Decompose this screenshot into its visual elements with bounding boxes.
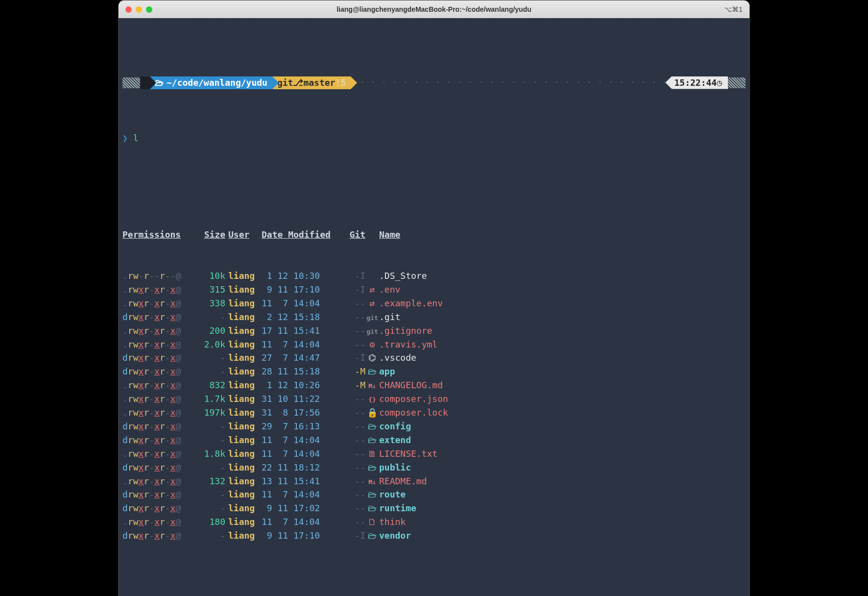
list-item: .rwxr-xr-x@ 338liang11 7 14:04--⇄.exampl… [122,297,746,310]
list-item: drwxr-xr-x@ -liang29 7 16:13--🗁config [122,420,746,433]
list-item: .rwxr-xr-x@197kliang31 8 17:56--🔒compose… [122,406,746,420]
file-type-icon: 🗁 [365,529,379,543]
list-item: drwxr-xr-x@ -liang 2 12 15:18--git.git [122,310,746,324]
cell-git: -- [346,501,365,515]
cell-name: .gitignore [379,324,432,338]
prompt-path-prefix: ~/code/wanlang/ [167,76,246,90]
cell-name: think [379,515,406,529]
listing-header: PermissionsSizeUserDate ModifiedGitName [122,228,746,242]
cell-date: 9 11 17:10 [260,283,346,297]
cell-git: -I [346,283,365,297]
terminal-body[interactable]: 🗁~/code/wanlang/yudu git ⎇ master !5 · ·… [119,18,749,596]
cell-name: public [379,461,411,474]
cell-size: - [198,433,225,447]
cell-date: 11 7 14:04 [260,433,346,447]
cell-git: -- [346,297,365,310]
git-label: git [277,76,293,90]
hdr-size: Size [198,228,225,242]
cell-size: - [198,351,225,365]
cell-user: liang [225,447,260,461]
cell-git: -- [346,324,365,338]
cell-date: 11 7 14:04 [260,297,346,310]
cell-permissions: .rwxr-xr-x@ [122,283,198,297]
file-type-icon: ⌬ [365,351,379,365]
cell-date: 1 12 10:30 [260,269,346,283]
cell-user: liang [225,515,260,529]
list-item: .rwxr-xr-x@ 832liang 1 12 10:26-MM↓CHANG… [122,378,746,392]
cell-name: composer.json [379,392,448,406]
cell-name: route [379,488,406,501]
cell-size: 315 [198,283,225,297]
cell-size: 1.8k [198,447,225,461]
cell-user: liang [225,433,260,447]
cell-user: liang [225,529,260,543]
cell-name: app [379,365,395,378]
cell-user: liang [225,406,260,420]
close-icon[interactable] [125,6,132,13]
zoom-icon[interactable] [146,6,152,13]
cell-user: liang [225,474,260,488]
cell-size: 180 [198,515,225,529]
prompt-time: 15:22:44 ◷ [665,76,728,89]
cell-git: -- [346,488,365,501]
file-type-icon: M↓ [365,381,379,391]
cell-date: 28 11 15:18 [260,365,346,378]
list-item: drwxr-xr-x@ -liang22 11 18:12--🗁public [122,461,746,474]
clock-icon: ◷ [717,76,722,90]
prompt-texture-right [728,77,746,88]
list-item: .rwxr-xr-x@ 200liang17 11 15:41--git.git… [122,324,746,338]
prompt-path-seg: 🗁~/code/wanlang/yudu [150,76,272,89]
cell-user: liang [225,392,260,406]
file-type-icon: git [365,313,379,323]
cell-permissions: .rwxr-xr-x@ [122,515,198,529]
file-type-icon: ⇄ [365,297,379,310]
file-type-icon: M↓ [365,477,379,487]
titlebar: liang@liangchenyangdeMacBook-Pro:~/code/… [119,0,749,18]
cell-size: - [198,488,225,501]
list-item: .rwxr-xr-x@ 132liang13 11 15:41--M↓READM… [122,474,746,488]
file-type-icon: {} [365,395,379,405]
cell-user: liang [225,269,260,283]
cell-name: composer.lock [379,406,448,420]
cell-user: liang [225,297,260,310]
list-item: drwxr-xr-x@ -liang28 11 15:18-M🗁app [122,365,746,378]
cell-permissions: drwxr-xr-x@ [122,461,198,474]
terminal-window: liang@liangchenyangdeMacBook-Pro:~/code/… [118,0,750,596]
file-type-icon: 🗁 [365,501,379,515]
file-type-icon: 🗁 [365,420,379,433]
cell-permissions: drwxr-xr-x@ [122,420,198,433]
cell-git: -- [346,310,365,324]
cell-user: liang [225,310,260,324]
cell-date: 9 11 17:10 [260,529,346,543]
cell-name: .env [379,283,400,297]
cell-git: -- [346,406,365,420]
prompt-texture-left [122,77,140,88]
cell-user: liang [225,420,260,433]
cell-name: config [379,420,411,433]
cell-permissions: .rwxr-xr-x@ [122,324,198,338]
list-item: drwxr-xr-x@ -liang 9 11 17:02--🗁runtime [122,501,746,515]
cell-permissions: drwxr-xr-x@ [122,501,198,515]
cell-user: liang [225,501,260,515]
list-item: .rw-r--r--@ 10kliang 1 12 10:30-I.DS_Sto… [122,269,746,283]
cell-size: - [198,310,225,324]
cell-permissions: .rwxr-xr-x@ [122,338,198,351]
file-listing: PermissionsSizeUserDate ModifiedGitName … [122,201,746,570]
file-type-icon: ⚙ [365,338,379,351]
cell-permissions: .rwxr-xr-x@ [122,378,198,392]
cell-name: .git [379,310,400,324]
cell-size: 2.0k [198,338,225,351]
cell-permissions: drwxr-xr-x@ [122,310,198,324]
cell-name: .DS_Store [379,269,427,283]
minimize-icon[interactable] [136,6,142,13]
list-item: drwxr-xr-x@ -liang11 7 14:04--🗁route [122,488,746,501]
cell-date: 2 12 15:18 [260,310,346,324]
command-line-1: ❯ l [122,131,746,145]
cell-permissions: .rwxr-xr-x@ [122,406,198,420]
hdr-date: Date Modified [260,228,346,242]
cell-date: 11 7 14:04 [260,447,346,461]
cell-name: runtime [379,501,416,515]
cell-git: -- [346,515,365,529]
cell-size: 1.7k [198,392,225,406]
cell-permissions: drwxr-xr-x@ [122,433,198,447]
